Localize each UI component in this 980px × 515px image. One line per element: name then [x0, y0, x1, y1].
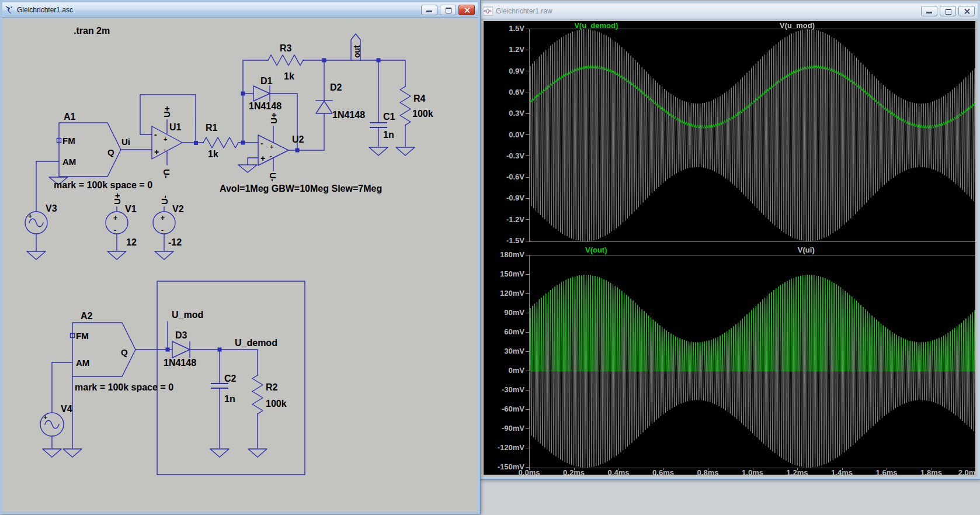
x-tick-mark	[529, 468, 530, 470]
waveform-canvas-1[interactable]	[530, 29, 975, 241]
net-label-udemod: U_demod	[235, 338, 277, 348]
label-V1: V1	[125, 204, 137, 214]
y-tick-label: 0.9V	[484, 67, 524, 76]
legend-Vu_demod[interactable]: V(u_demod)	[574, 21, 618, 30]
value-R1: 1k	[208, 149, 218, 159]
y-tick-label: -0.6V	[484, 172, 524, 182]
value-D3: 1N4148	[164, 358, 196, 368]
y-tick-label: 1.2V	[484, 45, 524, 54]
y-tick-mark	[526, 409, 529, 410]
u2-noninverting-mark: +	[260, 154, 265, 163]
ltspice-app-icon	[5, 5, 14, 15]
y-tick-mark	[526, 351, 529, 352]
waveform-plot-area[interactable]: 1.5V1.2V0.9V0.6V0.3V0.0V-0.3V-0.6V-0.9V-…	[484, 21, 975, 475]
label-A1: A1	[64, 112, 76, 122]
waveform-maximize-button[interactable]	[940, 6, 956, 16]
net-flag-Uplus-U2: U+	[269, 112, 279, 124]
diode-D1[interactable]	[253, 86, 270, 101]
resistor-R3[interactable]	[268, 55, 303, 65]
y-tick-mark	[526, 50, 529, 50]
label-V2: V2	[172, 204, 184, 214]
net-flag-out-label: out	[352, 45, 362, 58]
y-tick-label: -1.2V	[484, 215, 524, 224]
u1-vminus-mark: -	[164, 146, 166, 153]
y-tick-label: -90mV	[484, 424, 524, 433]
schematic-maximize-button[interactable]	[440, 5, 456, 15]
y-tick-mark	[526, 155, 529, 156]
diode-D3[interactable]	[172, 341, 190, 358]
y-tick-mark	[526, 255, 529, 255]
desktop: Gleichrichter1.raw 1.5V1.2V0.9V0.6V0.3V0…	[0, 0, 980, 515]
y-tick-mark	[526, 332, 529, 333]
legend-Vu_mod[interactable]: V(u_mod)	[780, 21, 815, 30]
y-tick-mark	[526, 241, 529, 241]
waveform-minimize-button[interactable]	[921, 6, 937, 16]
legend-Vui[interactable]: V(ui)	[798, 246, 815, 254]
v1-minus-mark: -	[114, 226, 116, 234]
note-opamp-params: Avol=1Meg GBW=10Meg Slew=7Meg	[220, 184, 382, 193]
y-tick-mark	[526, 71, 529, 71]
y-tick-mark	[526, 448, 529, 448]
waveform-window-title: Gleichrichter1.raw	[496, 7, 921, 15]
plot-pane-1[interactable]	[529, 29, 975, 242]
x-tick-mark	[887, 468, 887, 470]
ground-symbol	[248, 449, 267, 457]
diode-D2[interactable]	[316, 101, 332, 113]
y-tick-mark	[526, 390, 529, 390]
value-V2: -12	[168, 237, 182, 247]
minimize-icon	[426, 11, 432, 12]
spice-directive: .tran 2m	[74, 26, 110, 36]
legend-Vout[interactable]: V(out)	[585, 246, 607, 254]
label-V3: V3	[46, 203, 57, 213]
resistor-R1[interactable]	[203, 137, 238, 148]
schematic-window-titlebar[interactable]: Gleichrichter1.asc	[2, 2, 478, 18]
ground-symbol	[107, 251, 126, 260]
label-U2: U2	[292, 134, 304, 144]
minimize-icon	[926, 12, 932, 13]
maximize-icon	[446, 8, 451, 13]
u1-noninverting-mark: +	[154, 147, 159, 157]
y-tick-mark	[526, 29, 529, 29]
schematic-minimize-button[interactable]	[421, 5, 437, 15]
waveform-canvas-2[interactable]	[530, 255, 975, 468]
pin-Q-A1: Q	[107, 147, 114, 157]
pin-Q-A2: Q	[121, 347, 128, 357]
u2-inverting-mark: -	[260, 139, 263, 148]
v3-plus-mark: +	[28, 212, 32, 220]
y-tick-label: 1.5V	[484, 24, 524, 33]
y-tick-mark	[526, 371, 529, 371]
waveform-window-titlebar[interactable]: Gleichrichter1.raw	[481, 4, 978, 19]
value-D1: 1N4148	[249, 101, 282, 111]
u1-inverting-mark: -	[154, 130, 157, 139]
schematic-close-button[interactable]	[458, 5, 475, 15]
x-tick-label: 2.0ms	[958, 469, 975, 475]
label-D2: D2	[330, 82, 342, 92]
value-C1: 1n	[383, 130, 394, 140]
u2-vminus-mark: -	[270, 152, 272, 159]
ground-symbol	[396, 147, 415, 155]
label-U1: U1	[169, 122, 182, 132]
x-tick-mark	[574, 468, 575, 470]
pin-AM-A1: AM	[62, 157, 76, 167]
x-tick-mark	[618, 468, 619, 470]
x-tick-mark	[932, 468, 932, 470]
x-tick-mark	[842, 468, 843, 470]
schematic-canvas[interactable]: .tran 2m mark = 100k space = 0 Avol=1Meg…	[5, 20, 475, 509]
label-R2: R2	[266, 382, 278, 392]
net-flag-Uplus-U1: U+	[162, 106, 172, 117]
value-R2: 100k	[266, 399, 287, 409]
net-flag-Uminus-U2: U-	[268, 172, 278, 182]
x-tick-mark	[753, 468, 753, 470]
note-mark-bottom: mark = 100k space = 0	[75, 382, 173, 392]
y-tick-label: 90mV	[484, 308, 524, 317]
label-R1: R1	[206, 123, 218, 133]
y-tick-mark	[526, 113, 529, 114]
y-tick-label: -1.5V	[484, 236, 524, 246]
v4-plus-mark: +	[43, 413, 47, 421]
y-tick-mark	[526, 198, 529, 199]
u2-vplus-mark: +	[270, 143, 273, 150]
net-flag-Uplus-V1: U+	[112, 193, 122, 205]
waveform-close-button[interactable]	[958, 6, 975, 16]
v1-plus-mark: +	[113, 214, 117, 222]
plot-pane-2[interactable]	[529, 255, 975, 468]
